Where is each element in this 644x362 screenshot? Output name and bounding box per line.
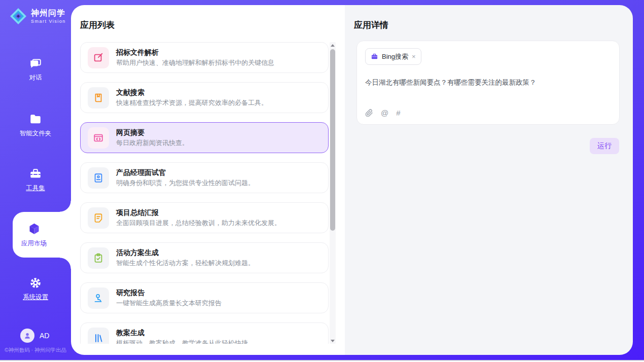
attachment-icon[interactable] [365, 109, 373, 117]
user-initials: AD [40, 332, 49, 340]
app-card-description: 明确身份和职责，为您提供专业性的面试问题。 [116, 179, 255, 187]
sidebar-item-label: 工具集 [26, 184, 45, 193]
sidebar-item-label: 对话 [29, 74, 42, 82]
scrollbar-thumb[interactable] [330, 49, 335, 231]
prompt-card: Bing搜索 × 今日湖北有哪些新闻要点？有哪些需要关注的最新政策？ @ # [356, 41, 620, 125]
gear-icon [29, 276, 42, 289]
app-list-panel: 应用列表 招标文件解析 帮助用户快速、准确地理解和解析招标书中的关键信息 [71, 5, 345, 355]
logo-subtitle: Smart Vision [31, 19, 66, 24]
logo-title: 神州问学 [31, 9, 66, 17]
cube-icon [27, 222, 41, 236]
app-detail-panel: 应用详情 Bing搜索 × 今日湖北有哪些新闻要点？有哪些需要关注的最新政策？ [345, 5, 633, 355]
app-card-description: 每日政府新闻资讯快查。 [116, 139, 189, 147]
books-icon [88, 328, 109, 344]
run-button[interactable]: 运行 [590, 138, 619, 154]
briefcase-icon [371, 53, 378, 60]
sidebar: 神州问学 Smart Vision 对话 智能文件夹 [0, 0, 71, 360]
app-card-description: 智能生成个性化活动方案，轻松解决规划难题。 [116, 260, 255, 267]
app-list-title: 应用列表 [80, 19, 115, 31]
scroll-down-icon[interactable] [330, 338, 336, 344]
web-code-icon [88, 127, 109, 149]
sidebar-item-chat[interactable]: 对话 [0, 57, 71, 82]
app-card-literature-search[interactable]: 文献搜索 快速精准查找学术资源，提高研究效率的必备工具。 [80, 82, 329, 113]
app-list-scrollbar[interactable] [330, 42, 336, 344]
bubble-notch-top [60, 201, 71, 212]
app-card-research-report[interactable]: 研究报告 一键智能生成高质量长文本研究报告 [80, 282, 329, 313]
toolbox-icon [29, 167, 42, 180]
tool-tag-label: Bing搜索 [382, 52, 408, 61]
app-card-event-plan[interactable]: 活动方案生成 智能生成个性化活动方案，轻松解决规划难题。 [80, 242, 329, 273]
app-card-description: 模板驱动，教案秒成，教学准备从此轻松快捷 [116, 340, 248, 344]
tool-tag-bing-search[interactable]: Bing搜索 × [365, 48, 421, 65]
app-card-description: 一键智能生成高质量长文本研究报告 [116, 300, 222, 307]
app-card-title: 教案生成 [116, 329, 248, 337]
logo-diamond-icon [9, 7, 27, 25]
app-card-title: 文献搜索 [116, 88, 268, 96]
composer-toolbar: @ # [365, 108, 401, 117]
interview-icon [88, 167, 109, 189]
app-list: 招标文件解析 帮助用户快速、准确地理解和解析招标书中的关键信息 文献搜索 快速精… [80, 42, 329, 344]
sidebar-item-label: 系统设置 [23, 293, 48, 302]
content-area: 应用列表 招标文件解析 帮助用户快速、准确地理解和解析招标书中的关键信息 [71, 5, 633, 355]
app-card-pm-interviewer[interactable]: 产品经理面试官 明确身份和职责，为您提供专业性的面试问题。 [80, 162, 329, 193]
user-profile[interactable]: AD [20, 329, 49, 343]
app-card-title: 活动方案生成 [116, 248, 255, 257]
sidebar-item-label: 应用市场 [21, 239, 47, 248]
sidebar-item-settings[interactable]: 系统设置 [0, 276, 71, 302]
chat-icon [29, 57, 42, 70]
app-card-title: 产品经理面试官 [116, 168, 255, 176]
close-icon[interactable]: × [412, 53, 416, 60]
query-input[interactable]: 今日湖北有哪些新闻要点？有哪些需要关注的最新政策？ [365, 78, 611, 87]
sidebar-item-toolset[interactable]: 工具集 [0, 167, 71, 193]
edit-document-icon [88, 47, 109, 68]
app-card-description: 帮助用户快速、准确地理解和解析招标书中的关键信息 [116, 59, 274, 67]
book-icon [88, 87, 109, 108]
app-frame: 神州问学 Smart Vision 对话 智能文件夹 [0, 0, 644, 360]
bubble-notch-bottom [60, 258, 71, 269]
app-card-bid-parse[interactable]: 招标文件解析 帮助用户快速、准确地理解和解析招标书中的关键信息 [80, 42, 329, 73]
app-card-title: 项目总结汇报 [116, 208, 281, 216]
app-card-title: 研究报告 [116, 288, 222, 297]
scroll-up-icon[interactable] [330, 42, 336, 48]
memo-icon [88, 207, 109, 229]
sidebar-item-label: 智能文件夹 [20, 129, 52, 138]
app-card-description: 全面回顾项目进展，总结经验教训，助力未来优化发展。 [116, 220, 281, 227]
hash-icon[interactable]: # [396, 108, 400, 117]
app-card-web-summary[interactable]: 网页摘要 每日政府新闻资讯快查。 [80, 122, 329, 153]
app-card-project-summary[interactable]: 项目总结汇报 全面回顾项目进展，总结经验教训，助力未来优化发展。 [80, 202, 329, 233]
sidebar-footer: ©神州数码 · 神州问学出品 [0, 347, 71, 354]
app-card-description: 快速精准查找学术资源，提高研究效率的必备工具。 [116, 99, 268, 107]
app-card-lesson-plan[interactable]: 教案生成 模板驱动，教案秒成，教学准备从此轻松快捷 [80, 322, 329, 344]
app-card-title: 网页摘要 [116, 128, 189, 136]
sidebar-item-app-market[interactable]: 应用市场 [13, 212, 71, 258]
sidebar-item-smart-folders[interactable]: 智能文件夹 [0, 113, 71, 138]
app-card-title: 招标文件解析 [116, 48, 274, 56]
user-avatar-icon [20, 329, 34, 343]
microscope-icon [88, 287, 109, 309]
app-logo: 神州问学 Smart Vision [9, 7, 66, 25]
window-bottom-edge [0, 360, 644, 361]
folder-icon [29, 113, 42, 126]
clipboard-check-icon [88, 247, 109, 269]
mention-icon[interactable]: @ [381, 108, 388, 117]
app-detail-title: 应用详情 [354, 19, 388, 31]
